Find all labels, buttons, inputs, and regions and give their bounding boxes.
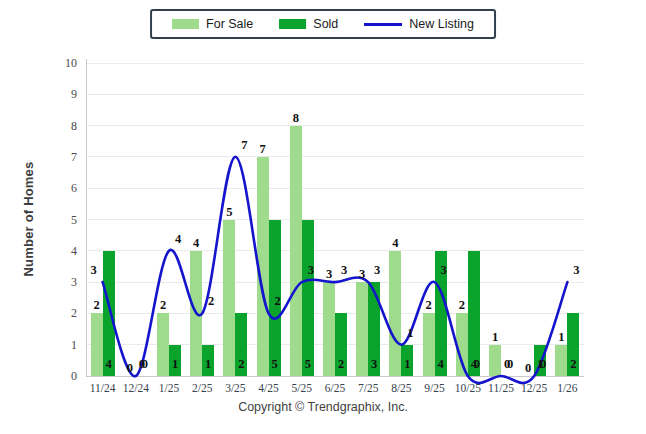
bar-for-sale <box>157 313 169 376</box>
x-tick-label: 1/26 <box>557 382 578 394</box>
new-listing-value-label: 7 <box>241 138 247 152</box>
new-listing-value-label: 1 <box>407 326 413 340</box>
bar-sold <box>302 220 314 377</box>
x-tick-label: 8/25 <box>391 382 412 394</box>
sold-value-label: 2 <box>338 357 344 371</box>
x-tick-label: 6/25 <box>325 382 346 394</box>
legend-label-new-listing: New Listing <box>409 17 474 31</box>
chart-page: 01234567891011/2412/241/252/253/254/255/… <box>0 0 646 434</box>
bar-for-sale <box>356 282 368 376</box>
y-tick-label: 4 <box>71 244 77 258</box>
new-listing-value-label: 0 <box>142 357 148 371</box>
for-sale-value-label: 2 <box>459 298 465 312</box>
sold-value-label: 1 <box>404 357 410 371</box>
y-tick-label: 7 <box>71 150 77 164</box>
legend-item-sold: Sold <box>279 17 338 31</box>
x-tick-label: 2/25 <box>192 382 213 394</box>
bar-for-sale <box>223 220 235 377</box>
bar-for-sale <box>290 126 302 376</box>
legend-label-for-sale: For Sale <box>206 17 253 31</box>
y-tick-label: 8 <box>71 119 77 133</box>
new-listing-value-label: 3 <box>341 263 347 277</box>
x-tick-label: 7/25 <box>358 382 379 394</box>
x-tick-label: 12/24 <box>123 382 149 394</box>
new-listing-value-label: 3 <box>90 263 96 277</box>
y-tick-label: 0 <box>71 369 77 383</box>
x-tick-label: 9/25 <box>424 382 445 394</box>
y-tick-label: 2 <box>71 306 77 320</box>
for-sale-swatch-icon <box>172 19 199 29</box>
x-tick-label: 11/24 <box>90 382 116 394</box>
new-listing-value-label: 4 <box>175 232 182 246</box>
bar-for-sale <box>489 345 501 376</box>
for-sale-value-label: 4 <box>193 236 200 250</box>
sold-value-label: 2 <box>238 357 244 371</box>
sold-value-label: 5 <box>305 357 311 371</box>
x-tick-label: 4/25 <box>258 382 279 394</box>
y-tick-label: 1 <box>71 338 77 352</box>
for-sale-value-label: 2 <box>93 298 99 312</box>
for-sale-value-label: 3 <box>359 267 365 281</box>
new-listing-value-label: 0 <box>507 357 513 371</box>
bar-for-sale <box>389 251 401 376</box>
y-tick-label: 10 <box>65 56 77 70</box>
for-sale-value-label: 0 <box>525 361 531 375</box>
for-sale-value-label: 8 <box>293 111 299 125</box>
legend-item-new-listing: New Listing <box>364 17 474 31</box>
x-tick-labels: 11/2412/241/252/253/254/255/256/257/258/… <box>90 382 578 394</box>
for-sale-value-label: 1 <box>492 330 498 344</box>
x-tick-label: 1/25 <box>159 382 180 394</box>
new-listing-value-label: 3 <box>308 263 314 277</box>
x-tick-label: 5/25 <box>292 382 313 394</box>
for-sale-value-label: 3 <box>326 267 332 281</box>
new-listing-line-icon <box>364 23 402 26</box>
x-tick-label: 3/25 <box>225 382 246 394</box>
y-tick-label: 5 <box>71 213 77 227</box>
for-sale-value-label: 2 <box>160 298 166 312</box>
new-listing-value-label: 3 <box>374 263 380 277</box>
y-tick-label: 9 <box>71 87 77 101</box>
sold-value-label: 1 <box>172 357 178 371</box>
legend-label-sold: Sold <box>313 17 338 31</box>
bar-for-sale <box>423 313 435 376</box>
sold-value-label: 1 <box>205 357 211 371</box>
chart-canvas: 01234567891011/2412/241/252/253/254/255/… <box>0 0 646 434</box>
new-listing-value-label: 2 <box>208 294 214 308</box>
x-tick-label: 11/25 <box>488 382 514 394</box>
legend-item-for-sale: For Sale <box>172 17 253 31</box>
bar-for-sale <box>323 282 335 376</box>
bar-for-sale <box>555 345 567 376</box>
for-sale-value-label: 0 <box>127 361 133 375</box>
sold-value-label: 5 <box>271 357 277 371</box>
y-tick-label: 3 <box>71 275 77 289</box>
sold-swatch-icon <box>279 19 306 29</box>
y-axis-title: Number of Homes <box>21 119 41 319</box>
for-sale-value-label: 2 <box>425 298 431 312</box>
new-listing-value-label: 3 <box>573 263 579 277</box>
copyright-text: Copyright © Trendgraphix, Inc. <box>0 400 646 414</box>
new-listing-value-label: 2 <box>274 294 280 308</box>
new-listing-value-label: 0 <box>474 357 480 371</box>
sold-value-label: 2 <box>570 357 576 371</box>
new-listing-value-label: 3 <box>440 263 446 277</box>
sold-value-label: 3 <box>371 357 377 371</box>
new-listing-value-label: 0 <box>540 357 546 371</box>
y-tick-labels: 012345678910 <box>65 56 77 383</box>
y-tick-label: 6 <box>71 181 77 195</box>
sold-value-label: 4 <box>105 357 112 371</box>
for-sale-value-label: 4 <box>392 236 399 250</box>
for-sale-value-label: 7 <box>259 142 265 156</box>
bar-for-sale <box>91 313 103 376</box>
sold-value-label: 4 <box>437 357 444 371</box>
for-sale-value-label: 1 <box>558 330 564 344</box>
for-sale-value-label: 5 <box>226 205 232 219</box>
chart-legend: For Sale Sold New Listing <box>150 9 496 39</box>
